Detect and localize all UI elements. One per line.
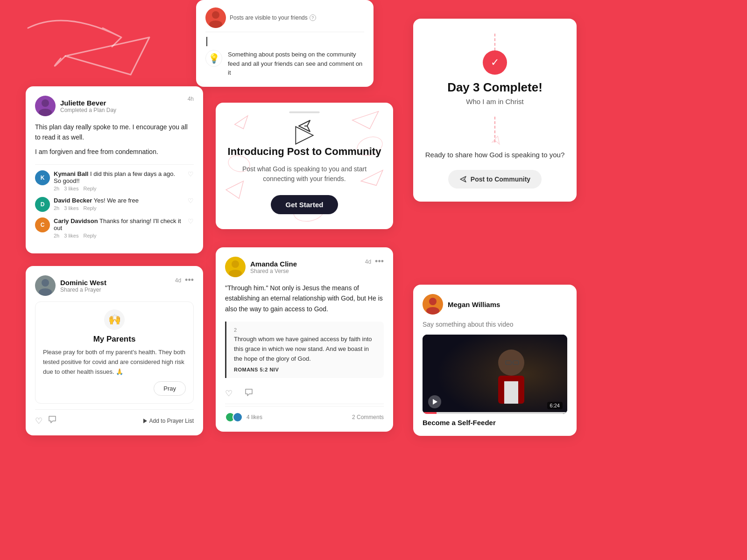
carly-name: Carly Davidson — [54, 217, 98, 224]
video-duration: 6:24 — [547, 402, 563, 409]
prayer-text: Please pray for both of my parent's heal… — [43, 348, 186, 377]
get-started-button[interactable]: Get Started — [271, 195, 338, 214]
megan-name: Megan Williams — [448, 301, 500, 308]
david-heart-icon[interactable]: ♡ — [188, 197, 194, 204]
amanda-like-icons: ♡ — [225, 384, 384, 404]
bulb-icon: 💡 — [205, 50, 222, 67]
add-to-prayer-list[interactable]: Add to Prayer List — [143, 418, 194, 424]
verse-number: 2 — [234, 327, 376, 333]
post-header-left: Juliette Bever Completed a Plan Day — [35, 96, 116, 116]
comment-kymani: K Kymani Ball I did this plan a few days… — [35, 170, 194, 191]
verse-reference: ROMANS 5:2 NIV — [234, 367, 376, 372]
juliette-info: Juliette Bever Completed a Plan Day — [60, 99, 116, 113]
kymani-likes: 3 likes — [64, 186, 78, 191]
amanda-header-left: Amanda Cline Shared a Verse — [225, 257, 297, 277]
dominic-info: Dominic West Shared a Prayer — [60, 279, 106, 293]
liker-avatar-2 — [233, 412, 243, 422]
composer-header: Posts are visible to your friends ? — [205, 7, 364, 28]
amanda-time: 4d — [365, 259, 371, 265]
kymani-meta: 2h 3 likes Reply — [54, 186, 184, 191]
comment-carly: C Carly Davidson Thanks for sharing! I'l… — [35, 217, 194, 238]
composer-body: 💡 Something about posts being on the com… — [205, 50, 364, 77]
video-play-button[interactable] — [428, 395, 441, 408]
pray-button[interactable]: Pray — [154, 381, 186, 396]
kymani-text: Kymani Ball I did this plan a few days a… — [54, 170, 184, 184]
amanda-info: Amanda Cline Shared a Verse — [250, 260, 297, 274]
text-cursor — [206, 37, 207, 46]
amanda-avatar — [225, 257, 246, 277]
svg-point-0 — [212, 11, 219, 19]
comments-section: K Kymani Ball I did this plan a few days… — [35, 164, 194, 238]
day3-subtitle: Who I am in Christ — [424, 98, 565, 105]
amanda-post-card: Amanda Cline Shared a Verse 4d ••• "Thro… — [216, 247, 393, 432]
svg-point-2 — [42, 99, 49, 107]
svg-rect-7 — [289, 112, 319, 113]
megan-avatar — [423, 294, 443, 315]
dominic-avatar — [35, 275, 56, 296]
megan-info: Megan Williams — [448, 301, 500, 308]
dominic-post-card: Dominic West Shared a Prayer 4d ••• 🙌 My… — [26, 266, 203, 435]
amanda-header: Amanda Cline Shared a Verse 4d ••• — [225, 257, 384, 277]
comment-david: D David Becker Yes! We are free 2h 3 lik… — [35, 197, 194, 212]
amanda-more-menu[interactable]: ••• — [375, 257, 384, 266]
verse-block: 2 Through whom we have gained access by … — [225, 322, 384, 378]
svg-point-14 — [429, 298, 437, 305]
dominic-name: Dominic West — [60, 279, 106, 287]
post-composer-card: Posts are visible to your friends ? 💡 So… — [196, 0, 374, 87]
kymani-avatar: K — [35, 170, 50, 185]
post-to-community-button[interactable]: Post to Community — [448, 170, 542, 189]
pray-btn-container: Pray — [43, 381, 186, 396]
juliette-line2: I am forgiven and free from condemnation… — [35, 147, 194, 157]
juliette-line1: This plan day really spoke to me. I enco… — [35, 122, 194, 143]
david-name: David Becker — [54, 197, 92, 204]
megan-post-card: Megan Williams — [413, 285, 577, 436]
david-avatar: D — [35, 197, 50, 212]
send-icon — [459, 175, 467, 183]
svg-point-11 — [39, 288, 52, 296]
carly-avatar: C — [35, 217, 50, 232]
dominic-heart-icon[interactable]: ♡ — [35, 416, 42, 426]
reply-link-kymani[interactable]: Reply — [83, 186, 96, 191]
prayer-box: 🙌 My Parents Please pray for both of my … — [35, 301, 194, 404]
megan-header: Megan Williams — [423, 294, 567, 315]
composer-avatar — [205, 7, 226, 28]
amanda-name: Amanda Cline — [250, 260, 297, 268]
intro-subtitle: Post what God is speaking to you and sta… — [227, 164, 382, 184]
reply-link-carly[interactable]: Reply — [83, 233, 96, 238]
amanda-heart-icon[interactable]: ♡ — [225, 388, 233, 399]
prayer-title: My Parents — [43, 335, 186, 344]
amanda-like-row: 4 likes 2 Comments — [225, 406, 384, 422]
dominic-action: Shared a Prayer — [60, 287, 106, 293]
megan-header-left: Megan Williams — [423, 294, 500, 315]
amanda-action: Shared a Verse — [250, 268, 297, 274]
liked-by-avatars — [225, 412, 243, 422]
svg-point-15 — [426, 307, 439, 315]
dashed-line-top — [494, 34, 495, 50]
svg-point-13 — [229, 270, 242, 277]
post-header: Juliette Bever Completed a Plan Day 4h — [35, 96, 194, 116]
dashed-line-bottom — [494, 117, 495, 142]
david-comment: Yes! We are free — [94, 197, 139, 204]
video-thumbnail: 6:24 — [423, 335, 567, 414]
juliette-avatar — [35, 96, 56, 116]
cards-container: Posts are visible to your friends ? 💡 So… — [0, 0, 747, 560]
dominic-post-actions: ♡ Add to Prayer List — [35, 409, 194, 426]
amanda-comment-icon[interactable] — [245, 388, 253, 399]
carly-heart-icon[interactable]: ♡ — [188, 217, 194, 225]
megan-video-comment-input[interactable] — [423, 321, 567, 328]
svg-point-10 — [42, 279, 49, 287]
prayer-hands-icon: 🙌 — [104, 309, 125, 330]
dominic-header: Dominic West Shared a Prayer 4d ••• — [35, 275, 194, 296]
amanda-header-right: 4d ••• — [365, 257, 384, 266]
dominic-comment-icon[interactable] — [48, 415, 56, 426]
david-content: David Becker Yes! We are free 2h 3 likes… — [54, 197, 184, 211]
juliette-action: Completed a Plan Day — [60, 107, 116, 113]
svg-rect-20 — [504, 381, 518, 404]
reply-link-david[interactable]: Reply — [83, 205, 96, 211]
kymani-heart-icon[interactable]: ♡ — [188, 170, 194, 178]
juliette-name: Juliette Bever — [60, 99, 116, 107]
dominic-header-right: 4d ••• — [175, 275, 194, 285]
intro-title: Introducing Post to Community — [227, 145, 382, 159]
dominic-more-menu[interactable]: ••• — [185, 275, 194, 285]
likes-section: 4 likes — [225, 412, 262, 422]
